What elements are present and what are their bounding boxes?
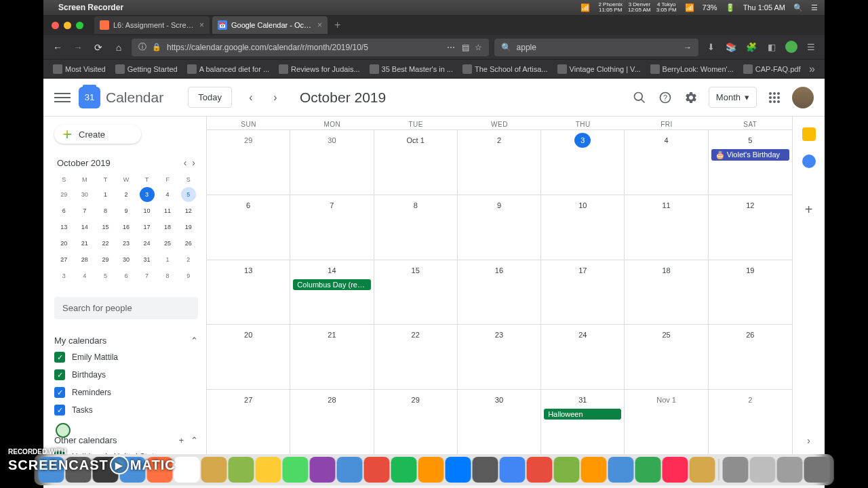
dock-app-icon[interactable] <box>201 457 227 483</box>
mini-day-cell[interactable]: 13 <box>56 220 71 235</box>
mini-day-cell[interactable]: 12 <box>181 203 196 218</box>
bookmark-item[interactable]: A balanced diet for ... <box>183 62 273 76</box>
mini-day-cell[interactable]: 7 <box>77 203 92 218</box>
day-cell[interactable]: 13 <box>207 260 290 325</box>
day-cell[interactable]: 4 <box>625 130 708 195</box>
mini-day-cell[interactable]: 27 <box>56 252 71 267</box>
mini-day-cell[interactable]: 8 <box>160 268 175 283</box>
today-button[interactable]: Today <box>188 87 232 108</box>
mini-day-cell[interactable]: 8 <box>98 203 113 218</box>
info-icon[interactable]: ⓘ <box>138 41 146 53</box>
day-cell[interactable]: 11 <box>625 195 708 260</box>
day-cell[interactable]: 17 <box>541 260 625 325</box>
day-cell[interactable]: 12 <box>709 195 792 260</box>
dock-app-icon[interactable] <box>554 457 580 483</box>
wifi-icon[interactable]: 📶 <box>685 3 694 12</box>
mini-day-cell[interactable]: 3 <box>140 187 155 202</box>
datetime[interactable]: Thu 1:05 AM <box>743 3 785 12</box>
mini-day-cell[interactable]: 5 <box>98 268 113 283</box>
mini-day-cell[interactable]: 21 <box>77 236 92 251</box>
dock-app-icon[interactable] <box>777 457 803 483</box>
back-button[interactable]: ← <box>50 40 65 55</box>
new-tab-button[interactable]: + <box>334 19 340 31</box>
mini-day-cell[interactable]: 28 <box>77 252 92 267</box>
day-cell[interactable]: 30 <box>290 130 374 195</box>
mini-day-cell[interactable]: 4 <box>77 268 92 283</box>
tasks-icon[interactable] <box>802 155 816 168</box>
calendar-list-item[interactable]: ✓Birthdays <box>54 366 198 384</box>
close-window[interactable] <box>52 22 59 29</box>
dock-app-icon[interactable] <box>229 457 254 483</box>
day-cell[interactable]: 29 <box>374 390 458 454</box>
dock-app-icon[interactable] <box>635 457 661 483</box>
day-cell[interactable]: 21 <box>290 325 374 389</box>
spotlight-icon[interactable]: 🔍 <box>793 3 803 12</box>
support-icon[interactable]: ? <box>657 89 673 106</box>
mini-day-cell[interactable]: 9 <box>181 268 196 283</box>
mini-day-cell[interactable]: 5 <box>181 187 196 202</box>
page-actions[interactable]: ⋯ <box>447 43 456 52</box>
day-cell[interactable]: 2 <box>458 130 541 195</box>
day-cell[interactable]: 15 <box>374 260 458 325</box>
day-cell[interactable]: 16 <box>458 260 541 325</box>
mini-day-cell[interactable]: 7 <box>140 268 155 283</box>
dock-app-icon[interactable] <box>283 457 309 483</box>
next-month-button[interactable]: › <box>264 87 286 108</box>
settings-icon[interactable] <box>683 89 699 106</box>
day-cell[interactable]: 18 <box>625 260 708 325</box>
mini-day-cell[interactable]: 24 <box>140 236 155 251</box>
dock-app-icon[interactable] <box>750 457 776 483</box>
mini-day-cell[interactable]: 14 <box>77 220 92 235</box>
mini-day-cell[interactable]: 31 <box>140 252 155 267</box>
search-bar[interactable]: 🔍 apple → <box>494 39 698 56</box>
bookmark-item[interactable]: Most Visited <box>49 62 110 76</box>
hamburger-menu-icon[interactable]: ☰ <box>804 41 818 54</box>
bookmark-item[interactable]: Reviews for Judais... <box>275 62 363 76</box>
browser-tab[interactable]: 📅Google Calendar - October 20× <box>212 16 328 34</box>
calendar-checkbox[interactable]: ✓ <box>54 405 65 415</box>
dock-app-icon[interactable] <box>337 457 363 483</box>
day-cell[interactable]: 25 <box>625 325 708 389</box>
dock-app-icon[interactable] <box>690 457 715 483</box>
reload-button[interactable]: ⟳ <box>91 40 106 55</box>
mini-day-cell[interactable]: 15 <box>98 220 113 235</box>
gcal-logo[interactable]: 31 Calendar <box>79 87 163 108</box>
mini-day-cell[interactable]: 1 <box>160 252 175 267</box>
maximize-window[interactable] <box>76 22 83 29</box>
bookmark-item[interactable]: CAP-FAQ.pdf <box>739 62 802 76</box>
dock-app-icon[interactable] <box>500 457 526 483</box>
close-tab-icon[interactable]: × <box>317 20 322 30</box>
window-controls[interactable] <box>52 22 83 29</box>
dock-app-icon[interactable] <box>418 457 444 483</box>
day-cell[interactable]: 23 <box>458 325 541 389</box>
calendar-checkbox[interactable]: ✓ <box>54 369 65 380</box>
calendar-checkbox[interactable]: ✓ <box>54 352 65 363</box>
day-cell[interactable]: 14Columbus Day (regional h <box>290 260 374 325</box>
day-cell[interactable]: 26 <box>709 325 792 389</box>
my-calendars-toggle[interactable]: My calendars ⌃ <box>54 333 198 348</box>
mini-day-cell[interactable]: 17 <box>140 220 155 235</box>
mini-day-cell[interactable]: 30 <box>119 252 134 267</box>
day-cell[interactable]: 5🎂 Violet's Birthday <box>709 130 792 195</box>
bookmark-item[interactable]: 35 Best Master's in ... <box>366 62 457 76</box>
day-cell[interactable]: 3 <box>541 130 625 195</box>
dock-app-icon[interactable] <box>174 457 200 483</box>
mini-day-cell[interactable]: 3 <box>56 268 71 283</box>
mini-day-cell[interactable]: 9 <box>119 203 134 218</box>
mini-day-cell[interactable]: 10 <box>140 203 155 218</box>
day-cell[interactable]: 24 <box>541 325 625 389</box>
bookmark-item[interactable]: BerryLook: Women'... <box>646 62 738 76</box>
mini-day-cell[interactable]: 18 <box>160 220 175 235</box>
mini-day-cell[interactable]: 23 <box>119 236 134 251</box>
account-avatar[interactable] <box>792 87 814 108</box>
mini-day-cell[interactable]: 2 <box>181 252 196 267</box>
minimize-window[interactable] <box>64 22 71 29</box>
mini-day-cell[interactable]: 26 <box>181 236 196 251</box>
day-cell[interactable]: 27 <box>207 390 290 454</box>
day-cell[interactable]: 22 <box>374 325 458 389</box>
add-calendar-icon[interactable]: + <box>178 435 184 445</box>
mini-day-cell[interactable]: 19 <box>181 220 196 235</box>
keep-icon[interactable] <box>802 127 816 141</box>
reader-icon[interactable]: ▤ <box>462 43 469 52</box>
day-cell[interactable]: 31Halloween <box>541 390 625 454</box>
